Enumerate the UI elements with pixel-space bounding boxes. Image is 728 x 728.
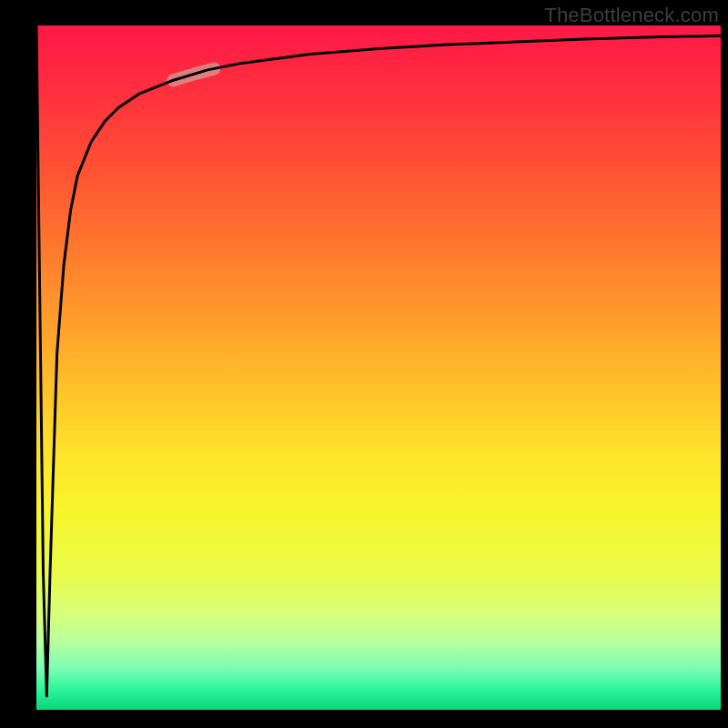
watermark-text: TheBottleneck.com bbox=[544, 4, 719, 27]
curve-svg bbox=[36, 25, 721, 710]
main-curve bbox=[36, 25, 721, 696]
chart-stage: TheBottleneck.com bbox=[0, 0, 728, 728]
plot-area bbox=[36, 25, 721, 710]
